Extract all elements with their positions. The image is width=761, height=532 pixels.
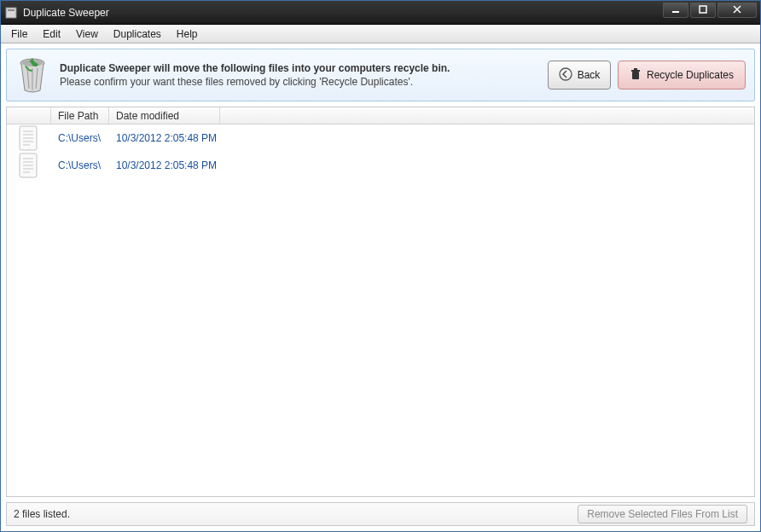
table-row[interactable]: C:\Users\ 10/3/2012 2:05:48 PM — [7, 124, 754, 152]
file-date: 10/3/2012 2:05:48 PM — [109, 132, 280, 144]
menubar: File Edit View Duplicates Help — [1, 25, 760, 43]
minimize-button[interactable] — [663, 3, 688, 18]
svg-rect-2 — [672, 11, 679, 13]
svg-rect-14 — [634, 68, 637, 70]
menu-view[interactable]: View — [69, 26, 105, 42]
svg-point-11 — [560, 68, 572, 80]
close-button[interactable] — [717, 3, 757, 18]
titlebar: Duplicate Sweeper — [1, 1, 760, 25]
column-header-path[interactable]: File Path — [51, 107, 109, 124]
svg-rect-12 — [632, 72, 639, 79]
column-header-icon[interactable] — [7, 107, 51, 124]
svg-rect-3 — [700, 6, 706, 13]
window-controls — [663, 3, 757, 18]
column-header-date[interactable]: Date modified — [109, 107, 220, 124]
info-heading: Duplicate Sweeper will move the followin… — [60, 62, 537, 74]
back-arrow-icon — [559, 67, 572, 84]
window-title: Duplicate Sweeper — [23, 7, 663, 19]
maximize-button[interactable] — [690, 3, 716, 18]
table-row[interactable]: C:\Users\ 10/3/2012 2:05:48 PM — [7, 152, 754, 179]
back-button[interactable]: Back — [548, 61, 611, 90]
status-count: 2 files listed. — [14, 508, 70, 520]
file-list: File Path Date modified C:\Users\ 10/3/2… — [6, 107, 755, 497]
info-text: Duplicate Sweeper will move the followin… — [60, 62, 537, 88]
info-subtext: Please confirm your want these files rem… — [60, 76, 537, 88]
file-date: 10/3/2012 2:05:48 PM — [109, 159, 280, 171]
app-icon — [4, 6, 18, 20]
recycle-bin-icon — [15, 56, 49, 94]
menu-file[interactable]: File — [4, 26, 34, 42]
info-panel: Duplicate Sweeper will move the followin… — [6, 49, 755, 101]
svg-rect-13 — [631, 70, 640, 72]
recycle-button-label: Recycle Duplicates — [647, 69, 734, 81]
back-button-label: Back — [578, 69, 601, 81]
recycle-duplicates-button[interactable]: Recycle Duplicates — [618, 61, 746, 90]
column-headers: File Path Date modified — [7, 107, 754, 124]
svg-rect-1 — [8, 9, 15, 11]
statusbar: 2 files listed. Remove Selected Files Fr… — [6, 502, 755, 526]
menu-help[interactable]: Help — [170, 26, 205, 42]
file-icon — [7, 125, 51, 151]
file-path: C:\Users\ — [51, 159, 109, 171]
svg-rect-0 — [6, 8, 16, 18]
remove-selected-button[interactable]: Remove Selected Files From List — [578, 505, 747, 523]
trash-icon — [630, 68, 642, 83]
file-icon — [7, 153, 51, 178]
remove-button-label: Remove Selected Files From List — [587, 508, 738, 520]
file-rows: C:\Users\ 10/3/2012 2:05:48 PM C:\Users\… — [7, 124, 754, 496]
file-path: C:\Users\ — [51, 132, 109, 144]
content-area: Duplicate Sweeper will move the followin… — [1, 43, 760, 531]
menu-duplicates[interactable]: Duplicates — [107, 26, 168, 42]
menu-edit[interactable]: Edit — [36, 26, 67, 42]
panel-buttons: Back Recycle Duplicates — [548, 61, 746, 90]
